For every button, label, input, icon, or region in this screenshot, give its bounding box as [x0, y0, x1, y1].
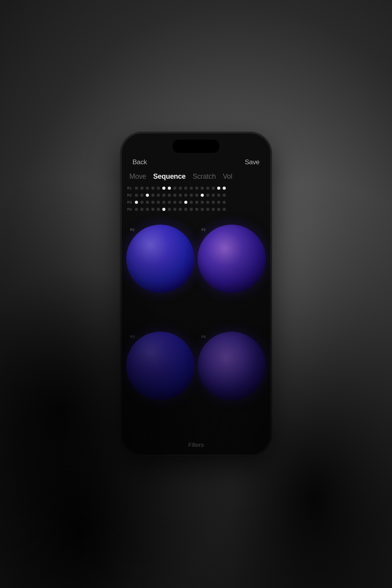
- phone-frame: Back Save Move Sequence Scratch Vol R1R2…: [122, 133, 270, 455]
- pad-circle-r4[interactable]: [198, 332, 266, 400]
- seq-dot[interactable]: [135, 208, 138, 211]
- seq-row-r3: R3: [126, 200, 266, 204]
- seq-dot[interactable]: [168, 208, 171, 211]
- seq-dot[interactable]: [157, 208, 160, 211]
- seq-dot[interactable]: [190, 194, 193, 197]
- seq-dot[interactable]: [212, 208, 215, 211]
- seq-dot[interactable]: [217, 187, 220, 190]
- tab-sequence[interactable]: Sequence: [153, 172, 186, 181]
- pad-grid: R1F2R3F4: [122, 218, 270, 438]
- seq-dot[interactable]: [190, 187, 193, 190]
- pad-cell-r4: F4: [198, 332, 266, 436]
- seq-row-label: R4: [126, 207, 132, 211]
- seq-dot[interactable]: [179, 208, 182, 211]
- seq-dot[interactable]: [195, 187, 198, 190]
- seq-dot[interactable]: [201, 187, 204, 190]
- seq-dot[interactable]: [201, 194, 204, 197]
- seq-dot[interactable]: [162, 187, 165, 190]
- seq-dot[interactable]: [168, 201, 171, 204]
- tab-scratch[interactable]: Scratch: [192, 172, 216, 181]
- seq-dot[interactable]: [151, 187, 154, 190]
- scene: Back Save Move Sequence Scratch Vol R1R2…: [0, 0, 392, 588]
- seq-dot[interactable]: [146, 194, 149, 197]
- seq-dot[interactable]: [157, 194, 160, 197]
- seq-dot[interactable]: [184, 194, 187, 197]
- tab-bar: Move Sequence Scratch Vol: [122, 171, 270, 184]
- seq-dot[interactable]: [173, 194, 176, 197]
- seq-dot[interactable]: [212, 194, 215, 197]
- seq-dot[interactable]: [206, 208, 209, 211]
- seq-dot[interactable]: [184, 208, 187, 211]
- tab-vol[interactable]: Vol: [223, 172, 232, 181]
- pad-label: F2: [201, 228, 206, 232]
- seq-dot[interactable]: [223, 194, 226, 197]
- seq-dot[interactable]: [162, 201, 165, 204]
- seq-dot[interactable]: [162, 194, 165, 197]
- phone-content: Back Save Move Sequence Scratch Vol R1R2…: [122, 133, 270, 455]
- seq-dot[interactable]: [190, 208, 193, 211]
- pad-cell-r1: R1: [126, 225, 194, 328]
- seq-dot[interactable]: [184, 201, 187, 204]
- seq-dot[interactable]: [195, 208, 198, 211]
- seq-dot[interactable]: [157, 201, 160, 204]
- seq-dot[interactable]: [173, 187, 176, 190]
- seq-dot[interactable]: [146, 201, 149, 204]
- seq-dot[interactable]: [223, 208, 226, 211]
- seq-dot[interactable]: [212, 201, 215, 204]
- tab-move[interactable]: Move: [129, 172, 146, 181]
- seq-dot[interactable]: [201, 208, 204, 211]
- sequencer: R1R2R3R4: [122, 184, 270, 218]
- seq-dot[interactable]: [146, 187, 149, 190]
- seq-dot[interactable]: [223, 187, 226, 190]
- seq-dot[interactable]: [206, 187, 209, 190]
- seq-dot[interactable]: [190, 201, 193, 204]
- seq-dot[interactable]: [195, 194, 198, 197]
- seq-row-r4: R4: [126, 207, 266, 211]
- seq-row-r2: R2: [126, 193, 266, 197]
- seq-dot[interactable]: [135, 187, 138, 190]
- seq-dot[interactable]: [146, 208, 149, 211]
- pad-circle-r2[interactable]: [198, 225, 266, 293]
- filters-label[interactable]: Filters: [188, 441, 203, 448]
- seq-dot[interactable]: [184, 187, 187, 190]
- seq-dot[interactable]: [217, 201, 220, 204]
- save-button[interactable]: Save: [245, 158, 260, 166]
- seq-dot[interactable]: [217, 194, 220, 197]
- seq-dot[interactable]: [162, 208, 165, 211]
- pad-label: F4: [201, 335, 206, 339]
- seq-dot[interactable]: [135, 194, 138, 197]
- dynamic-island: [172, 140, 220, 153]
- seq-dot[interactable]: [140, 201, 143, 204]
- seq-dot[interactable]: [179, 201, 182, 204]
- seq-dot[interactable]: [151, 194, 154, 197]
- seq-dot[interactable]: [140, 194, 143, 197]
- seq-dot[interactable]: [140, 187, 143, 190]
- filters-bar: Filters: [122, 438, 270, 455]
- pad-circle-r3[interactable]: [126, 332, 194, 400]
- seq-dot[interactable]: [173, 208, 176, 211]
- seq-dot[interactable]: [223, 201, 226, 204]
- seq-dot[interactable]: [212, 187, 215, 190]
- seq-dot[interactable]: [140, 208, 143, 211]
- seq-dot[interactable]: [179, 187, 182, 190]
- pad-cell-r2: F2: [198, 225, 266, 328]
- seq-dot[interactable]: [151, 208, 154, 211]
- pad-label: R3: [130, 335, 135, 339]
- pad-cell-r3: R3: [126, 332, 194, 436]
- seq-row-label: R2: [126, 193, 132, 197]
- seq-dot[interactable]: [168, 194, 171, 197]
- seq-dot[interactable]: [151, 201, 154, 204]
- seq-dot[interactable]: [168, 187, 171, 190]
- seq-dot[interactable]: [157, 187, 160, 190]
- seq-dot[interactable]: [135, 201, 138, 204]
- seq-dot[interactable]: [217, 208, 220, 211]
- seq-dot[interactable]: [201, 201, 204, 204]
- seq-dot[interactable]: [195, 201, 198, 204]
- pad-circle-r1[interactable]: [126, 225, 194, 293]
- seq-dot[interactable]: [206, 201, 209, 204]
- seq-dot[interactable]: [173, 201, 176, 204]
- seq-dot[interactable]: [179, 194, 182, 197]
- back-button[interactable]: Back: [132, 158, 147, 166]
- seq-row-label: R1: [126, 186, 132, 190]
- seq-dot[interactable]: [206, 194, 209, 197]
